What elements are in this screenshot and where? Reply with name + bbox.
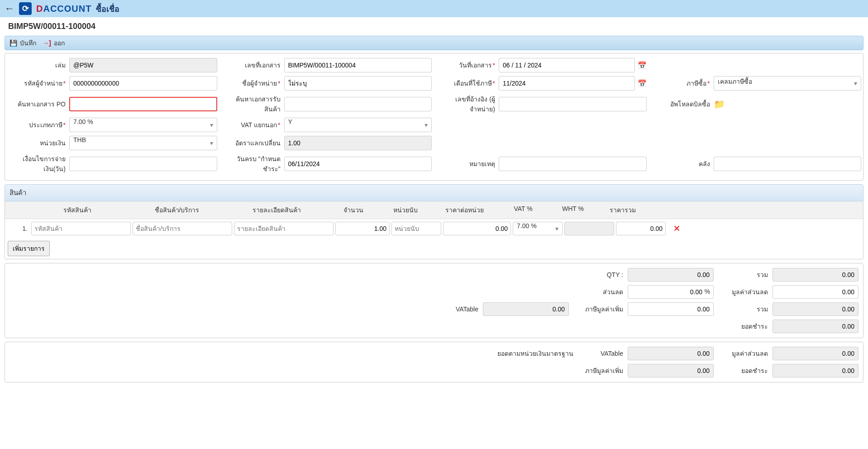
item-desc-input[interactable] xyxy=(234,222,334,235)
exchrate-input xyxy=(284,136,432,150)
taxtype-select[interactable]: 7.00 %▾ xyxy=(69,118,217,132)
doc-number-header: BIMP5W/00011-100004 xyxy=(0,17,868,36)
label-vendorcode: รหัสผู้จำหน่าย xyxy=(7,78,66,88)
delete-row-icon[interactable]: ✕ xyxy=(673,224,680,233)
item-name-input[interactable] xyxy=(133,222,232,235)
label-book: เล่ม xyxy=(7,60,66,70)
label-warehouse: คลัง xyxy=(651,159,710,169)
tot-vatable-input xyxy=(483,302,569,316)
folder-icon[interactable]: 📁 xyxy=(714,99,725,109)
refno-input[interactable] xyxy=(499,97,647,111)
items-header-row: รหัสสินค้า ชื่อสินค้า/บริการ รายละเอียดส… xyxy=(5,201,863,219)
docno-input[interactable] xyxy=(284,58,432,72)
item-total-input[interactable] xyxy=(616,222,666,235)
t2-vatamt-input xyxy=(628,364,714,377)
tot-discount-input[interactable] xyxy=(628,285,714,299)
label-tot-sum1: รวม xyxy=(723,270,768,280)
label-uploadbill: อัพโหลดบิลซื้อ xyxy=(651,99,710,109)
label-currency: หน่วยเงิน xyxy=(7,138,66,148)
top-bar: ← ⟳ DACCOUNT ซื้อเชื่อ xyxy=(0,0,868,17)
docdate-input[interactable] xyxy=(499,58,635,72)
vendorname-input[interactable] xyxy=(284,76,432,91)
calendar-icon[interactable]: 📅 xyxy=(638,61,647,70)
back-icon[interactable]: ← xyxy=(5,3,14,14)
label-vatpurchase: ภาษีซื้อ xyxy=(651,78,710,88)
label-vatsep: VAT แยกนอก xyxy=(222,120,281,130)
item-unit-input[interactable] xyxy=(391,222,441,235)
save-button[interactable]: 💾 บันทึก xyxy=(10,38,36,48)
t2-grand-input xyxy=(773,364,858,377)
label-t2-vatamt: ภาษีมูลค่าเพิ่ม xyxy=(578,366,623,376)
action-toolbar: 💾 บันทึก →] ออก xyxy=(5,36,863,50)
label-tot-sum2: รวม xyxy=(723,304,768,314)
searchpo-input[interactable] xyxy=(69,97,217,111)
tot-sum2-input xyxy=(773,302,858,316)
taxmonth-input[interactable] xyxy=(499,76,635,91)
book-input xyxy=(69,58,217,72)
label-stdamt: ยอดตามหน่วยเงินมาตรฐาน xyxy=(492,349,573,358)
t2-vatable-input xyxy=(628,347,714,360)
label-refno: เลขที่อ้างอิง (ผู้จำหน่าย) xyxy=(436,94,495,114)
tot-sum1-input xyxy=(773,268,858,282)
add-item-button[interactable]: เพิ่มรายการ xyxy=(8,241,50,256)
page-title: ซื้อเชื่อ xyxy=(96,2,119,15)
label-remark: หมายเหตุ xyxy=(436,159,495,169)
totals-panel-2: ยอดตามหน่วยเงินมาตรฐาน VATable มูลค่าส่ว… xyxy=(5,342,863,382)
label-t2-vatable: VATable xyxy=(578,350,623,357)
item-vat-select[interactable]: 7.00 %▾ xyxy=(513,222,563,235)
label-tot-vatamt: ภาษีมูลค่าเพิ่ม xyxy=(578,304,623,314)
payterm-input[interactable] xyxy=(69,157,217,171)
label-tot-vatable: VATable xyxy=(433,306,478,313)
row-index: 1. xyxy=(7,225,29,232)
label-t2-grand: ยอดชำระ xyxy=(723,366,768,376)
label-docno: เลขที่เอกสาร xyxy=(222,60,281,70)
item-price-input[interactable] xyxy=(443,222,511,235)
label-tot-discamt: มูลค่าส่วนลด xyxy=(723,287,768,297)
vendorcode-input[interactable] xyxy=(69,76,217,91)
label-taxtype: ประเภทภาษี xyxy=(7,120,66,130)
label-tot-qty: QTY : xyxy=(578,271,623,278)
item-row: 1. 7.00 %▾ ✕ xyxy=(5,219,863,238)
items-table: รหัสสินค้า ชื่อสินค้า/บริการ รายละเอียดส… xyxy=(5,201,863,259)
exit-button[interactable]: →] ออก xyxy=(43,38,65,48)
label-searchpo: ค้นหาเอกสาร PO xyxy=(7,99,66,109)
totals-panel-1: QTY : รวม ส่วนลด% มูลค่าส่วนลด VATable ภ… xyxy=(5,263,863,338)
label-tot-discount: ส่วนลด xyxy=(578,287,623,297)
save-icon: 💾 xyxy=(10,39,17,47)
chevron-down-icon: ▾ xyxy=(854,80,857,87)
label-vendorname: ชื่อผู้จำหน่าย xyxy=(222,78,281,88)
currency-select[interactable]: THB▾ xyxy=(69,136,217,150)
tot-vatamt-input[interactable] xyxy=(628,302,714,316)
item-wht-input xyxy=(564,222,614,235)
label-searchgr: ค้นหาเอกสารรับสินค้า xyxy=(222,94,281,114)
exit-icon: →] xyxy=(43,39,51,47)
warehouse-input[interactable] xyxy=(714,157,862,171)
vatpurchase-select[interactable]: เคลมภาษีซื้อ▾ xyxy=(714,76,862,91)
tot-grand-input xyxy=(773,320,858,333)
tot-qty-input xyxy=(628,268,714,282)
t2-discamt-input xyxy=(773,347,858,360)
tot-discamt-input[interactable] xyxy=(773,285,858,299)
item-code-input[interactable] xyxy=(31,222,131,235)
item-qty-input[interactable] xyxy=(335,222,390,235)
vatsep-select[interactable]: Y▾ xyxy=(284,118,432,132)
remark-input[interactable] xyxy=(499,157,647,171)
chevron-down-icon: ▾ xyxy=(210,139,213,147)
label-exchrate: อัตราแลกเปลี่ยน xyxy=(222,138,281,148)
items-section-header: สินค้า xyxy=(5,184,863,201)
label-duedate: วันครบ "กำหนดชำระ" xyxy=(222,154,281,174)
chevron-down-icon: ▾ xyxy=(555,225,558,232)
chevron-down-icon: ▾ xyxy=(424,121,428,129)
chevron-down-icon: ▾ xyxy=(210,121,213,129)
duedate-input[interactable] xyxy=(284,157,432,171)
app-logo-icon: ⟳ xyxy=(19,2,32,15)
label-taxmonth: เดือนที่ใช้ภาษี xyxy=(436,78,495,88)
calendar-icon[interactable]: 📅 xyxy=(638,79,647,88)
label-payterm: เงื่อนไขการจ่ายเงิน(วัน) xyxy=(7,154,66,174)
label-t2-discamt: มูลค่าส่วนลด xyxy=(723,349,768,358)
label-tot-grand: ยอดชำระ xyxy=(723,321,768,331)
header-form-panel: เล่ม เลขที่เอกสาร วันที่เอกสาร 📅 รหัสผู้… xyxy=(5,53,863,181)
searchgr-input[interactable] xyxy=(284,97,432,111)
brand-text: DACCOUNT xyxy=(36,4,91,14)
label-docdate: วันที่เอกสาร xyxy=(436,60,495,70)
